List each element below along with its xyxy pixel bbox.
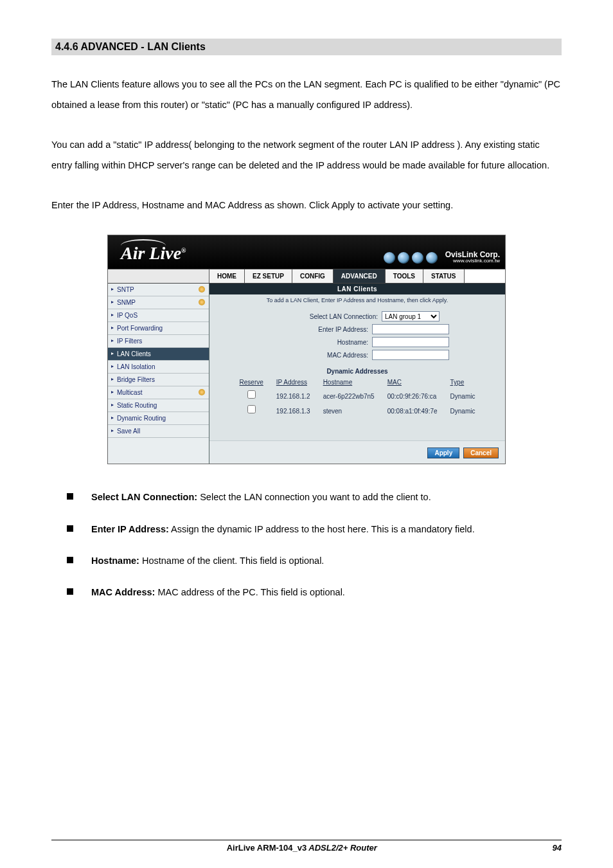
router-body: SNTPSNMPIP QoSPort ForwardingIP FiltersL… xyxy=(108,284,505,464)
table-row: 192.168.1.3steven00:08:a1:0f:49:7eDynami… xyxy=(233,402,482,417)
router-header: Air Live® OvisLink Corp. www.ovislink.co… xyxy=(108,235,505,269)
row-hostname: Hostname: xyxy=(209,336,505,348)
dyn-header-mac: MAC xyxy=(381,377,444,387)
bullet-text: MAC Address: MAC address of the PC. This… xyxy=(91,585,345,600)
bullet-text: Hostname: Hostname of the client. This f… xyxy=(91,554,324,568)
brand-reg: ® xyxy=(181,247,186,254)
bullet-list: Select LAN Connection: Select the LAN co… xyxy=(51,490,562,600)
dyn-header-type: Type xyxy=(444,377,482,387)
tab-home[interactable]: HOME xyxy=(209,269,245,283)
sidebar: SNTPSNMPIP QoSPort ForwardingIP FiltersL… xyxy=(108,284,209,464)
globe-icon xyxy=(412,252,423,264)
sidebar-item-multicast[interactable]: Multicast xyxy=(108,386,209,399)
globe-icons xyxy=(384,252,438,264)
cell-hostname: steven xyxy=(317,402,381,417)
reserve-checkbox-input[interactable] xyxy=(247,405,256,413)
ip-address-input[interactable] xyxy=(372,324,449,334)
table-row: 192.168.1.2acer-6p222wb7n500:c0:9f:26:76… xyxy=(233,387,482,402)
refresh-icon xyxy=(199,389,205,395)
sidebar-item-bridge-filters[interactable]: Bridge Filters xyxy=(108,374,209,386)
bullet-rest: Hostname of the client. This field is op… xyxy=(139,556,324,566)
bullet-item: Enter IP Address: Assign the dynamic IP … xyxy=(51,522,562,537)
reserve-checkbox[interactable] xyxy=(233,387,270,402)
sidebar-item-ip-filters[interactable]: IP Filters xyxy=(108,335,209,348)
sidebar-item-snmp[interactable]: SNMP xyxy=(108,296,209,309)
footer-product-ital: ADSL2/2+ Router xyxy=(306,843,377,853)
cell-mac: 00:c0:9f:26:76:ca xyxy=(381,387,444,402)
brand-text: Air Live xyxy=(121,243,181,263)
reserve-checkbox[interactable] xyxy=(233,402,270,417)
dyn-header-hostname: Hostname xyxy=(317,377,381,387)
sidebar-item-save-all[interactable]: Save All xyxy=(108,425,209,438)
tabs-left-pad xyxy=(108,269,209,283)
page-footer: AirLive ARM-104_v3 ADSL2/2+ Router 94 xyxy=(51,840,562,853)
bullet-bold: MAC Address: xyxy=(91,587,155,597)
cell-hostname: acer-6p222wb7n5 xyxy=(317,387,381,402)
bullet-bold: Hostname: xyxy=(91,556,139,566)
sidebar-item-static-routing[interactable]: Static Routing xyxy=(108,399,209,412)
panel-title: LAN Clients xyxy=(209,284,505,294)
tab-tools[interactable]: TOOLS xyxy=(386,269,423,283)
airlive-logo: Air Live® xyxy=(121,243,186,264)
bullet-square-icon xyxy=(67,588,73,595)
refresh-icon xyxy=(199,286,205,293)
bullet-item: Select LAN Connection: Select the LAN co… xyxy=(51,490,562,505)
panel-footer: Apply Cancel xyxy=(209,440,505,464)
bullet-rest: MAC address of the PC. This field is opt… xyxy=(155,587,345,597)
main-panel: LAN Clients To add a LAN Client, Enter I… xyxy=(209,284,505,464)
paragraph-3: Enter the IP Address, Hostname and MAC A… xyxy=(51,195,562,216)
tab-ez-setup[interactable]: EZ SETUP xyxy=(245,269,292,283)
router-screenshot: Air Live® OvisLink Corp. www.ovislink.co… xyxy=(107,235,506,464)
cancel-button[interactable]: Cancel xyxy=(463,448,499,458)
bullet-square-icon xyxy=(67,557,73,563)
panel-subtitle: To add a LAN Client, Enter IP Address an… xyxy=(209,294,505,310)
sidebar-item-ip-qos[interactable]: IP QoS xyxy=(108,309,209,322)
bullet-bold: Select LAN Connection: xyxy=(91,492,197,502)
globe-icon xyxy=(384,252,395,264)
apply-button[interactable]: Apply xyxy=(427,448,459,458)
dynamic-addresses-table: ReserveIP AddressHostnameMACType192.168.… xyxy=(233,377,482,417)
hostname-input[interactable] xyxy=(372,337,449,347)
mac-address-label: MAC Address: xyxy=(265,352,368,359)
bullet-bold: Enter IP Address: xyxy=(91,524,169,534)
tab-advanced[interactable]: ADVANCED xyxy=(333,269,386,283)
tab-status[interactable]: STATUS xyxy=(423,269,465,283)
cell-ip: 192.168.1.2 xyxy=(270,387,317,402)
bullet-item: Hostname: Hostname of the client. This f… xyxy=(51,554,562,568)
select-connection-dropdown[interactable]: LAN group 1 xyxy=(382,311,440,321)
sidebar-item-port-forwarding[interactable]: Port Forwarding xyxy=(108,322,209,335)
bullet-square-icon xyxy=(67,493,73,500)
bullet-square-icon xyxy=(67,525,73,532)
bullet-rest: Assign the dynamic IP address to the hos… xyxy=(169,524,475,534)
cell-type: Dynamic xyxy=(444,402,482,417)
section-heading: 4.4.6 ADVANCED - LAN Clients xyxy=(51,39,562,55)
bullet-item: MAC Address: MAC address of the PC. This… xyxy=(51,585,562,600)
dyn-header-ip-address: IP Address xyxy=(270,377,317,387)
bullet-text: Select LAN Connection: Select the LAN co… xyxy=(91,490,431,505)
footer-product: AirLive ARM-104_v3 ADSL2/2+ Router xyxy=(227,843,377,853)
mac-address-input[interactable] xyxy=(372,350,449,360)
bullet-rest: Select the LAN connection you want to ad… xyxy=(197,492,431,502)
sidebar-item-lan-clients[interactable]: LAN Clients xyxy=(108,348,209,361)
bullet-text: Enter IP Address: Assign the dynamic IP … xyxy=(91,522,475,537)
header-right: OvisLink Corp. www.ovislink.com.tw xyxy=(384,251,500,264)
ip-address-label: Enter IP Address: xyxy=(265,326,368,333)
tab-config[interactable]: CONFIG xyxy=(292,269,333,283)
globe-icon xyxy=(398,252,409,264)
cell-type: Dynamic xyxy=(444,387,482,402)
reserve-checkbox-input[interactable] xyxy=(247,390,256,399)
sidebar-item-sntp[interactable]: SNTP xyxy=(108,284,209,296)
paragraph-1: The LAN Clients feature allows you to se… xyxy=(51,75,562,116)
sidebar-item-lan-isolation[interactable]: LAN Isolation xyxy=(108,361,209,374)
sidebar-item-dynamic-routing[interactable]: Dynamic Routing xyxy=(108,412,209,425)
top-tabs: HOMEEZ SETUPCONFIGADVANCEDTOOLSSTATUS xyxy=(108,269,505,284)
row-ip-address: Enter IP Address: xyxy=(209,323,505,336)
hostname-label: Hostname: xyxy=(265,339,368,346)
footer-page-number: 94 xyxy=(553,843,562,853)
cell-mac: 00:08:a1:0f:49:7e xyxy=(381,402,444,417)
dynamic-addresses-title: Dynamic Addresses xyxy=(209,368,505,375)
ovislink-brand: OvisLink Corp. www.ovislink.com.tw xyxy=(445,251,500,264)
refresh-icon xyxy=(199,299,205,305)
footer-product-bold: AirLive ARM-104_v3 xyxy=(227,843,307,853)
paragraph-2: You can add a "static" IP address( belon… xyxy=(51,135,562,176)
